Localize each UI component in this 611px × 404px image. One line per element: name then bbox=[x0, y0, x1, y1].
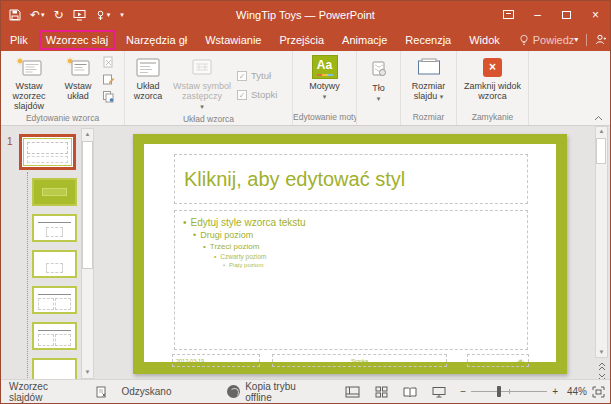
tab-home[interactable]: Narzędzia gł bbox=[117, 31, 196, 49]
fit-slide-to-window-icon[interactable] bbox=[592, 386, 605, 398]
zoom-level-label[interactable]: 44% bbox=[567, 386, 587, 397]
offline-copy-indicator: Kopia trybu offline bbox=[227, 381, 323, 403]
ribbon-tab-row: Plik Wzorzec slaj Narzędzia gł Wstawiani… bbox=[1, 28, 610, 51]
background-button[interactable]: Tło ▾ bbox=[359, 54, 399, 111]
offline-icon bbox=[227, 385, 240, 398]
group-master-layout: Układ wzorca Wstaw symbol zastępczy ▾ ✓ … bbox=[125, 51, 293, 125]
title-checkbox[interactable]: ✓ Tytuł bbox=[237, 70, 277, 81]
title-placeholder[interactable]: Kliknij, aby edytować styl bbox=[174, 154, 528, 204]
layout-thumbnail[interactable] bbox=[32, 322, 77, 350]
layout-thumbnail[interactable] bbox=[32, 286, 77, 314]
person-icon bbox=[595, 34, 606, 45]
chevron-down-icon[interactable]: ▾ bbox=[574, 35, 578, 44]
insert-slide-master-button[interactable]: Wstaw wzorzec slajdów bbox=[1, 54, 57, 112]
layout-thumbnail[interactable] bbox=[32, 250, 77, 278]
touch-mouse-mode-button[interactable]: ▾ bbox=[95, 9, 111, 21]
ribbon: Wstaw wzorzec slajdów Wstaw układ bbox=[1, 51, 610, 126]
customize-qat-icon[interactable]: ▾ bbox=[120, 11, 124, 18]
undo-button[interactable]: ↶▾ bbox=[30, 9, 45, 21]
close-x-icon: × bbox=[483, 58, 502, 77]
slide-layout-icon bbox=[66, 55, 90, 79]
group-label: Rozmiar bbox=[401, 111, 456, 125]
redo-icon[interactable]: ↻ bbox=[54, 9, 64, 21]
scroll-up-icon[interactable]: ▲ bbox=[82, 129, 93, 140]
tab-insert[interactable]: Wstawianie bbox=[196, 31, 270, 49]
themes-button[interactable]: Aa Motywy ▾ bbox=[296, 54, 354, 111]
group-label bbox=[357, 111, 400, 125]
group-edit-theme: Aa Motywy ▾ Edytowanie motywu bbox=[293, 51, 357, 125]
checkbox-icon: ✓ bbox=[237, 90, 247, 100]
layout-connector-line bbox=[27, 172, 28, 378]
chevron-down-icon: ▾ bbox=[200, 102, 204, 112]
chevron-down-icon: ▾ bbox=[107, 11, 111, 18]
scrollbar-thumb[interactable] bbox=[596, 138, 606, 164]
save-icon[interactable] bbox=[9, 9, 21, 21]
ribbon-display-options-button[interactable] bbox=[494, 1, 523, 28]
chevron-down-icon: ▾ bbox=[440, 93, 444, 100]
slideshow-icon[interactable] bbox=[432, 386, 446, 398]
lightbulb-icon bbox=[519, 34, 529, 46]
rename-icon[interactable] bbox=[101, 72, 116, 87]
close-button[interactable]: × bbox=[581, 1, 610, 28]
scrollbar-thumb[interactable] bbox=[82, 141, 93, 269]
preserve-icon[interactable] bbox=[101, 89, 116, 104]
collapse-ribbon-icon[interactable] bbox=[594, 115, 603, 121]
footers-checkbox[interactable]: ✓ Stopki bbox=[237, 89, 277, 100]
undo-icon: ↶ bbox=[30, 9, 40, 21]
master-layout-icon bbox=[136, 55, 160, 79]
insert-layout-button[interactable]: Wstaw układ bbox=[57, 54, 99, 112]
zoom-slider[interactable] bbox=[471, 391, 547, 392]
background-icon bbox=[370, 57, 388, 81]
slide-scrollbar[interactable]: ▲ ▼ bbox=[595, 126, 608, 381]
normal-view-icon[interactable] bbox=[345, 386, 360, 398]
date-placeholder[interactable]: 2012-03-19 bbox=[172, 354, 260, 367]
tab-animations[interactable]: Animacje bbox=[333, 31, 396, 49]
tab-view[interactable]: Widok bbox=[460, 31, 509, 49]
tab-transitions[interactable]: Przejścia bbox=[270, 31, 333, 49]
slide-master-icon bbox=[16, 55, 42, 79]
body-placeholder[interactable]: •Edytuj style wzorca tekstu •Drugi pozio… bbox=[174, 210, 528, 350]
tab-slide-master[interactable]: Wzorzec slaj bbox=[39, 30, 115, 50]
group-size: Rozmiar slajdu ▾ Rozmiar bbox=[401, 51, 457, 125]
tab-file[interactable]: Plik bbox=[1, 31, 37, 49]
slide-number-label: 1 bbox=[7, 136, 13, 147]
tab-separator bbox=[586, 34, 587, 46]
maximize-button[interactable] bbox=[552, 1, 581, 28]
group-label: Układ wzorca bbox=[125, 113, 292, 125]
slide-sorter-icon[interactable] bbox=[375, 386, 388, 398]
group-close: × Zamknij widok wzorca Zamykanie bbox=[457, 51, 529, 125]
tab-review[interactable]: Recenzja bbox=[396, 31, 460, 49]
slide-master-canvas: Kliknij, aby edytować styl •Edytuj style… bbox=[133, 134, 567, 374]
layout-thumbnail[interactable] bbox=[32, 214, 77, 242]
group-label: Edytowanie wzorca bbox=[1, 112, 124, 125]
tell-me-box[interactable]: Powiedz bbox=[519, 34, 575, 46]
scroll-down-icon[interactable]: ▼ bbox=[595, 347, 608, 358]
slidenumber-placeholder[interactable]: ‹#› bbox=[467, 354, 529, 367]
window-controls: – × bbox=[494, 1, 610, 28]
placeholder-icon bbox=[190, 55, 214, 79]
spelling-status-icon[interactable] bbox=[96, 386, 107, 398]
master-thumbnail-selected[interactable] bbox=[19, 134, 76, 170]
start-from-beginning-icon[interactable] bbox=[73, 9, 86, 21]
master-layout-button[interactable]: Układ wzorca bbox=[125, 54, 171, 113]
zoom-slider-thumb[interactable] bbox=[497, 386, 501, 397]
share-button[interactable]: Udostępnij bbox=[595, 34, 611, 46]
layout-thumbnail[interactable] bbox=[32, 358, 77, 381]
minimize-button[interactable]: – bbox=[523, 1, 552, 28]
scroll-down-icon[interactable]: ▼ bbox=[82, 367, 93, 378]
zoom-out-icon[interactable]: − bbox=[460, 386, 466, 397]
ribbon-display-options-icon bbox=[503, 10, 514, 19]
view-name-label[interactable]: Wzorzec slajdów bbox=[9, 381, 82, 403]
slide-size-button[interactable]: Rozmiar slajdu ▾ bbox=[403, 54, 455, 111]
zoom-in-icon[interactable]: + bbox=[552, 386, 558, 397]
powerpoint-window: ↶▾ ↻ ▾ ▾ WingTip Toys — PowerPoint – × P… bbox=[0, 0, 611, 404]
slide-size-icon bbox=[417, 55, 441, 79]
reading-view-icon[interactable] bbox=[403, 386, 417, 398]
scroll-up-icon[interactable]: ▲ bbox=[595, 126, 608, 137]
layout-thumbnail-title[interactable] bbox=[32, 178, 77, 206]
footer-placeholder[interactable]: Stopka bbox=[272, 354, 447, 367]
insert-placeholder-button: Wstaw symbol zastępczy ▾ bbox=[171, 54, 233, 113]
thumbnail-scrollbar[interactable]: ▲ ▼ bbox=[81, 128, 94, 379]
chevron-down-icon: ▾ bbox=[323, 92, 327, 102]
close-master-view-button[interactable]: × Zamknij widok wzorca bbox=[459, 54, 527, 111]
